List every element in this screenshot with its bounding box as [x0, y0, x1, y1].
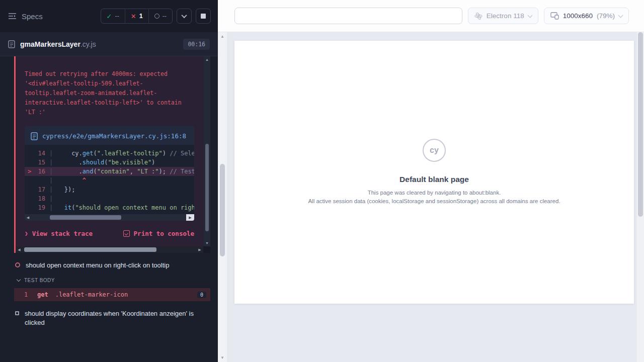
view-stack-trace-label: View stack trace	[32, 230, 93, 237]
spec-extension: .cy.js	[80, 40, 96, 48]
scroll-down-arrow-icon[interactable]: ▼	[220, 353, 224, 362]
stat-pending: --	[149, 9, 172, 23]
test-pending-square-icon	[15, 311, 19, 315]
scroll-left-arrow-icon[interactable]: ◀	[16, 248, 23, 252]
scrollbar-top-spacer	[637, 0, 644, 32]
pending-count: --	[163, 13, 167, 20]
aut-toolbar: Electron 118 1000x660 (79%)	[227, 0, 637, 32]
aut-backdrop: cy Default blank page This page was clea…	[227, 32, 637, 362]
scroll-up-arrow-icon[interactable]: ▲	[205, 56, 209, 63]
error-message: Timed out retrying after 4000ms: expecte…	[16, 56, 210, 124]
test-item-context-menu[interactable]: should open context menu on right-click …	[0, 253, 218, 270]
code-line: 17| });	[25, 185, 194, 194]
page-vertical-scrollbar	[637, 0, 644, 362]
print-to-console-button[interactable]: Print to console	[123, 230, 194, 237]
url-input[interactable]	[234, 8, 462, 24]
code-lines: 14| cy.get(".leaflet-tooltip") // Sele 1…	[25, 145, 194, 214]
chevron-down-icon	[527, 13, 532, 18]
code-frame: cypress/e2e/gmaMarkersLayer.cy.js:16:8 1…	[25, 126, 194, 221]
error-hscroll-track	[23, 246, 196, 253]
spec-header: gmaMarkersLayer.cy.js 00:16	[0, 32, 218, 56]
reporter-body: Timed out retrying after 4000ms: expecte…	[0, 56, 218, 362]
specs-label: Specs	[22, 12, 43, 21]
command-args: .leaflet-marker-icon	[55, 291, 128, 298]
spec-name: gmaMarkersLayer	[20, 40, 80, 48]
code-horizontal-scrollbar: ◀ ▶	[25, 214, 194, 221]
test-body-label: TEST BODY	[24, 278, 55, 283]
specs-menu-button[interactable]: Specs	[8, 12, 43, 21]
viewport-selector[interactable]: 1000x660 (79%)	[544, 8, 629, 24]
scroll-up-arrow-icon[interactable]: ▲	[220, 32, 224, 41]
stat-failed: ✕ 1	[125, 9, 149, 23]
command-number: 1	[24, 291, 37, 298]
electron-icon	[474, 12, 482, 20]
error-scroll-thumb[interactable]	[205, 144, 209, 231]
view-stack-trace-button[interactable]: ❯ View stack trace	[25, 230, 93, 237]
test-body-toggle[interactable]: TEST BODY	[17, 278, 218, 283]
specs-list-icon	[8, 13, 17, 20]
cypress-runner: Specs ✓ -- ✕ 1 --	[0, 0, 644, 362]
check-icon: ✓	[107, 13, 112, 20]
cypress-logo-text: cy	[430, 146, 439, 155]
spec-duration-badge: 00:16	[183, 39, 210, 50]
code-frame-file-link[interactable]: cypress/e2e/gmaMarkersLayer.cy.js:16:8	[42, 131, 188, 141]
reporter-scroll-thumb[interactable]	[220, 164, 225, 256]
command-count-badge: 0	[197, 292, 206, 298]
command-log-row[interactable]: 1 get .leaflet-marker-icon 0	[14, 288, 210, 301]
test-title: should display coordinates when 'Koordin…	[25, 309, 198, 327]
print-console-icon	[123, 230, 130, 237]
aut-panel: Electron 118 1000x660 (79%) cy Default b…	[227, 0, 637, 362]
code-file-icon	[31, 132, 38, 140]
print-to-console-label: Print to console	[134, 230, 194, 237]
code-line: >16| .and("contain", "LT :"); // Test	[25, 167, 194, 176]
code-scroll-track	[31, 214, 186, 221]
blank-page-line2: All active session data (cookies, localS…	[308, 197, 560, 206]
error-hscroll-thumb[interactable]	[24, 247, 156, 252]
chevron-right-icon: ❯	[25, 230, 28, 237]
chevron-down-icon	[618, 13, 623, 18]
browser-label: Electron 118	[487, 12, 524, 20]
chevron-down-icon	[181, 13, 187, 18]
test-error-block: Timed out retrying after 4000ms: expecte…	[14, 56, 210, 253]
error-actions: ❯ View stack trace Print to console	[16, 221, 210, 246]
test-running-circle-icon	[15, 262, 20, 267]
reporter-vertical-scrollbar: ▲ ▼	[218, 32, 227, 362]
viewport-icon	[550, 12, 559, 20]
scroll-right-arrow-icon[interactable]: ▶	[196, 248, 203, 252]
stat-passed: ✓ --	[101, 9, 125, 23]
test-title: should open context menu on right-click …	[26, 261, 169, 270]
command-method: get	[37, 291, 48, 298]
code-line: 14| cy.get(".leaflet-tooltip") // Sele	[25, 149, 194, 158]
viewport-size: 1000x660	[563, 12, 593, 20]
stop-icon	[201, 14, 206, 19]
code-scroll-thumb[interactable]	[50, 215, 121, 220]
spec-title: gmaMarkersLayer.cy.js	[20, 40, 96, 49]
failed-count: 1	[139, 13, 143, 20]
pending-circle-icon	[154, 14, 159, 19]
code-line: 19| it("should open context menu on righ	[25, 203, 194, 212]
panel-divider: ▲ ▼	[218, 0, 227, 362]
code-line: 15| .should("be.visible")	[25, 158, 194, 167]
chevron-down-icon	[17, 278, 21, 282]
code-frame-header: cypress/e2e/gmaMarkersLayer.cy.js:16:8	[25, 126, 194, 145]
stop-run-button[interactable]	[196, 9, 211, 24]
viewport-zoom: (79%)	[597, 12, 615, 20]
test-item-coordinates[interactable]: should display coordinates when 'Koordin…	[0, 301, 218, 327]
test-stats: ✓ -- ✕ 1 --	[101, 9, 173, 24]
cross-icon: ✕	[131, 13, 136, 20]
browser-selector[interactable]: Electron 118	[468, 8, 538, 24]
scroll-right-arrow-icon[interactable]: ▶	[186, 214, 194, 221]
spec-file-icon	[8, 40, 15, 48]
code-line: | ^	[25, 176, 194, 185]
scroll-left-arrow-icon[interactable]: ◀	[25, 216, 31, 220]
error-horizontal-scrollbar: ◀ ▶	[16, 246, 210, 253]
code-line: 18|	[25, 194, 194, 203]
passed-count: --	[115, 13, 119, 20]
blank-page-line1: This page was cleared by navigating to a…	[368, 189, 501, 197]
cypress-logo: cy	[423, 139, 446, 162]
divider-top-spacer	[218, 0, 227, 32]
page-scroll-thumb[interactable]	[638, 32, 643, 217]
collapse-tests-button[interactable]	[177, 9, 192, 24]
scroll-down-arrow-icon[interactable]: ▼	[205, 240, 209, 246]
blank-page-title: Default blank page	[399, 175, 469, 184]
